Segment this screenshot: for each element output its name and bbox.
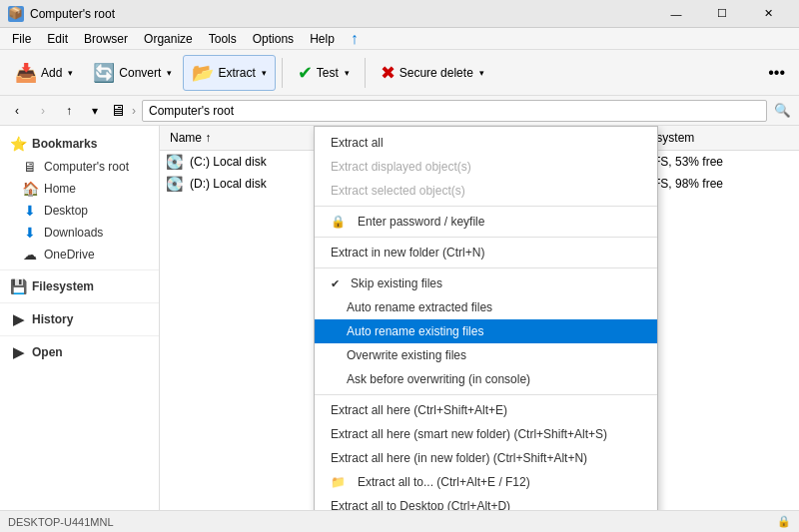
desktop-icon: ⬇ <box>22 203 38 219</box>
maximize-button[interactable]: ☐ <box>699 0 745 28</box>
dd-overwrite-existing[interactable]: Overwrite existing files <box>315 343 657 367</box>
secure-delete-arrow: ▾ <box>479 68 484 78</box>
dd-extract-all-here-e[interactable]: Extract all here (Ctrl+Shift+Alt+E) <box>315 398 657 422</box>
dd-extract-new-folder[interactable]: Extract in new folder (Ctrl+N) <box>315 241 657 265</box>
bookmarks-label: Bookmarks <box>32 137 97 151</box>
dd-extract-all-here-n[interactable]: Extract all here (in new folder) (Ctrl+S… <box>315 446 657 470</box>
address-path[interactable]: Computer's root <box>142 100 767 122</box>
sidebar-item-home[interactable]: 🏠 Home <box>0 178 159 200</box>
title-bar-controls: — ☐ ✕ <box>653 0 791 28</box>
dd-extract-all-to-desktop[interactable]: Extract all to Desktop (Ctrl+Alt+D) <box>315 494 657 510</box>
open-label: Open <box>32 345 63 359</box>
home-icon: 🏠 <box>22 181 38 197</box>
sidebar-history-header[interactable]: ▶ History <box>0 307 159 331</box>
sidebar-divider-1 <box>0 269 159 270</box>
dd-extract-all[interactable]: Extract all <box>315 131 657 155</box>
status-bar: DESKTOP-U441MNL 🔒 <box>0 510 799 532</box>
sidebar-divider-2 <box>0 302 159 303</box>
dd-enter-password[interactable]: 🔒 Enter password / keyfile <box>315 210 657 234</box>
secure-delete-button[interactable]: ✖ Secure delete ▾ <box>372 55 493 91</box>
history-dropdown-button[interactable]: ▾ <box>84 100 106 122</box>
disk-c-icon: 💽 <box>166 154 186 170</box>
sidebar-divider-3 <box>0 335 159 336</box>
sidebar-bookmarks-header[interactable]: ⭐ Bookmarks <box>0 132 159 156</box>
forward-button[interactable]: › <box>32 100 54 122</box>
sidebar-item-desktop[interactable]: ⬇ Desktop <box>0 200 159 222</box>
folder-icon: 📁 <box>331 475 346 489</box>
dd-extract-displayed: Extract displayed object(s) <box>315 155 657 179</box>
sidebar-item-computer-root[interactable]: 🖥 Computer's root <box>0 156 159 178</box>
dd-sep-2 <box>315 237 657 238</box>
convert-arrow: ▾ <box>167 68 172 78</box>
up-button[interactable]: ↑ <box>58 100 80 122</box>
filesystem-label: Filesystem <box>32 279 94 293</box>
convert-button[interactable]: 🔄 Convert ▾ <box>84 55 181 91</box>
test-icon: ✔ <box>298 62 313 84</box>
dd-sep-4 <box>315 394 657 395</box>
menu-tools[interactable]: Tools <box>201 30 245 48</box>
title-bar-title: Computer's root <box>30 7 115 21</box>
extract-icon: 📂 <box>192 62 214 84</box>
onedrive-icon: ☁ <box>22 247 38 263</box>
open-icon: ▶ <box>10 344 26 360</box>
dd-skip-existing[interactable]: ✔ Skip existing files <box>315 271 657 295</box>
add-icon: 📥 <box>15 62 37 84</box>
extract-arrow: ▾ <box>262 68 267 78</box>
lock-icon: 🔒 <box>331 215 346 229</box>
main-content: ⭐ Bookmarks 🖥 Computer's root 🏠 Home ⬇ D… <box>0 126 799 510</box>
dd-extract-selected: Extract selected object(s) <box>315 179 657 203</box>
path-separator: › <box>132 104 136 118</box>
add-arrow: ▾ <box>68 68 73 78</box>
address-bar: ‹ › ↑ ▾ 🖥 › Computer's root 🔍 <box>0 96 799 126</box>
sidebar-item-downloads[interactable]: ⬇ Downloads <box>0 222 159 244</box>
back-button[interactable]: ‹ <box>6 100 28 122</box>
computer-root-icon: 🖥 <box>22 159 38 175</box>
extract-dropdown-menu: Extract all Extract displayed object(s) … <box>314 126 658 510</box>
file-list: Name ↑ Filesystem 💽 (C:) Local disk NTFS… <box>160 126 799 510</box>
test-arrow: ▾ <box>345 68 350 78</box>
menu-options[interactable]: Options <box>245 30 302 48</box>
menu-file[interactable]: File <box>4 30 39 48</box>
dd-sep-3 <box>315 267 657 268</box>
title-bar: 📦 Computer's root — ☐ ✕ <box>0 0 799 28</box>
bookmarks-icon: ⭐ <box>10 136 26 152</box>
toolbar: 📥 Add ▾ 🔄 Convert ▾ 📂 Extract ▾ ✔ Test ▾… <box>0 50 799 96</box>
secure-delete-icon: ✖ <box>381 62 396 84</box>
sidebar-filesystem-header[interactable]: 💾 Filesystem <box>0 274 159 298</box>
sidebar: ⭐ Bookmarks 🖥 Computer's root 🏠 Home ⬇ D… <box>0 126 160 510</box>
dd-auto-rename-extracted[interactable]: Auto rename extracted files <box>315 295 657 319</box>
app-icon: 📦 <box>8 6 24 22</box>
toolbar-separator-1 <box>282 58 283 88</box>
dd-auto-rename-existing[interactable]: Auto rename existing files <box>315 319 657 343</box>
minimize-button[interactable]: — <box>653 0 699 28</box>
sidebar-item-onedrive[interactable]: ☁ OneDrive <box>0 244 159 266</box>
filesystem-icon: 💾 <box>10 278 26 294</box>
extract-button[interactable]: 📂 Extract ▾ <box>183 55 275 91</box>
more-button[interactable]: ••• <box>760 60 793 86</box>
dd-extract-all-to[interactable]: 📁 Extract all to... (Ctrl+Alt+E / F12) <box>315 470 657 494</box>
menu-edit[interactable]: Edit <box>39 30 76 48</box>
disk-d-icon: 💽 <box>166 176 186 192</box>
close-button[interactable]: ✕ <box>745 0 791 28</box>
menu-organize[interactable]: Organize <box>136 30 201 48</box>
downloads-icon: ⬇ <box>22 225 38 241</box>
menu-bar: File Edit Browser Organize Tools Options… <box>0 28 799 50</box>
menu-help[interactable]: Help <box>302 30 343 48</box>
history-icon: ▶ <box>10 311 26 327</box>
test-button[interactable]: ✔ Test ▾ <box>289 55 359 91</box>
dd-extract-all-here-smart[interactable]: Extract all here (smart new folder) (Ctr… <box>315 422 657 446</box>
dd-sep-1 <box>315 206 657 207</box>
convert-icon: 🔄 <box>93 62 115 84</box>
nav-up-icon: ↑ <box>351 30 359 48</box>
checkmark-icon: ✔ <box>331 277 347 290</box>
sidebar-open-header[interactable]: ▶ Open <box>0 340 159 364</box>
computer-icon: 🖥 <box>110 102 126 120</box>
history-label: History <box>32 312 73 326</box>
status-lock-icon: 🔒 <box>777 515 791 528</box>
search-button[interactable]: 🔍 <box>771 100 793 122</box>
toolbar-separator-2 <box>365 58 366 88</box>
add-button[interactable]: 📥 Add ▾ <box>6 55 82 91</box>
menu-browser[interactable]: Browser <box>76 30 136 48</box>
dd-ask-before-overwriting[interactable]: Ask before overwriting (in console) <box>315 367 657 391</box>
title-bar-left: 📦 Computer's root <box>8 6 115 22</box>
